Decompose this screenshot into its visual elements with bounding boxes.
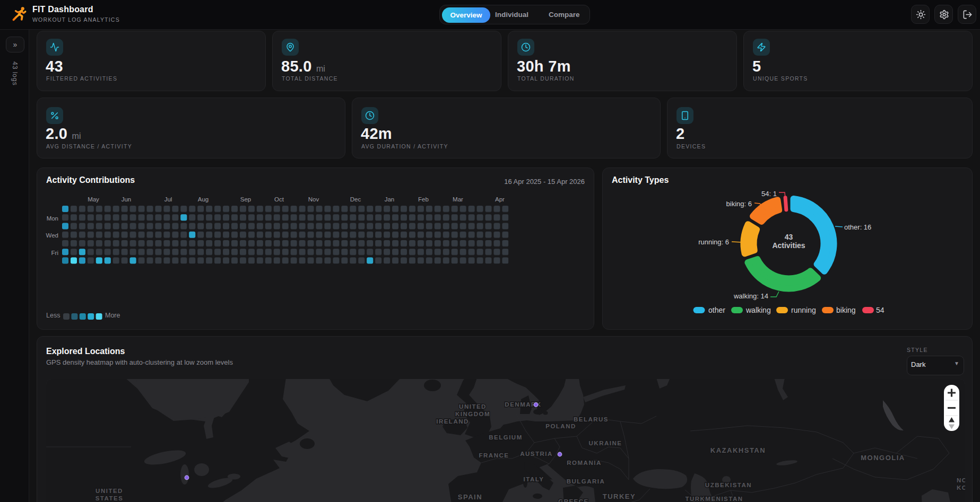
svg-text:May: May — [88, 196, 99, 202]
svg-text:Mar: Mar — [453, 196, 463, 202]
svg-text:STATES: STATES — [96, 495, 124, 501]
svg-text:Apr: Apr — [495, 196, 505, 202]
svg-text:KO: KO — [957, 485, 965, 491]
svg-text:AUSTRIA: AUSTRIA — [520, 451, 553, 457]
svg-text:UNITED: UNITED — [459, 403, 487, 410]
svg-text:Jan: Jan — [385, 196, 395, 202]
svg-text:ITALY: ITALY — [524, 476, 544, 482]
svg-text:Wed: Wed — [46, 232, 58, 239]
svg-text:IRELAND: IRELAND — [436, 418, 469, 425]
svg-text:KAZAKHSTAN: KAZAKHSTAN — [710, 446, 766, 454]
svg-text:BELARUS: BELARUS — [574, 416, 609, 422]
svg-text:54: 54 — [876, 306, 884, 314]
svg-text:GREECE: GREECE — [558, 498, 589, 502]
svg-text:43: 43 — [785, 233, 793, 241]
svg-text:Activities: Activities — [772, 241, 805, 250]
svg-text:Dec: Dec — [350, 196, 361, 202]
svg-text:running: running — [791, 306, 816, 314]
svg-text:MONGOLIA: MONGOLIA — [861, 454, 905, 462]
svg-text:Mon: Mon — [47, 215, 58, 222]
svg-text:FRANCE: FRANCE — [479, 452, 509, 459]
svg-text:Sep: Sep — [240, 196, 251, 202]
svg-text:BULGARIA: BULGARIA — [567, 478, 605, 485]
svg-text:biking: biking — [836, 306, 856, 314]
svg-text:other: other — [708, 306, 725, 314]
svg-text:other: 16: other: 16 — [844, 223, 871, 231]
svg-text:Fri: Fri — [51, 250, 58, 256]
svg-text:TURKMENISTAN: TURKMENISTAN — [685, 496, 743, 502]
svg-text:ROMANIA: ROMANIA — [567, 460, 601, 466]
svg-text:Oct: Oct — [274, 196, 284, 202]
svg-text:walking: walking — [745, 306, 771, 314]
svg-text:TURKEY: TURKEY — [603, 492, 636, 500]
svg-text:Jun: Jun — [122, 196, 132, 202]
svg-text:Nov: Nov — [308, 196, 319, 202]
svg-text:running: 6: running: 6 — [698, 238, 729, 246]
svg-text:POLAND: POLAND — [545, 423, 576, 429]
svg-text:walking: 14: walking: 14 — [733, 292, 768, 300]
svg-text:biking: 6: biking: 6 — [726, 200, 752, 208]
svg-text:UKRAINE: UKRAINE — [589, 440, 622, 446]
svg-text:BELGIUM: BELGIUM — [489, 434, 523, 441]
svg-text:NO: NO — [957, 477, 965, 483]
svg-text:54: 1: 54: 1 — [761, 190, 777, 198]
svg-text:Jul: Jul — [164, 196, 172, 202]
svg-text:Aug: Aug — [198, 196, 209, 202]
svg-text:Feb: Feb — [418, 196, 429, 202]
svg-text:UZBEKISTAN: UZBEKISTAN — [705, 482, 752, 488]
svg-text:KINGDOM: KINGDOM — [455, 411, 490, 417]
svg-text:UNITED: UNITED — [96, 488, 123, 494]
svg-text:SPAIN: SPAIN — [458, 493, 482, 501]
